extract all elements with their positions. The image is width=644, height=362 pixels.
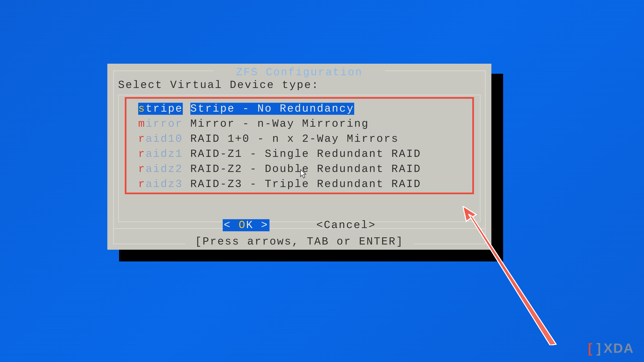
hotkey: r xyxy=(138,178,146,190)
keyword-rest: aidz1 xyxy=(146,148,183,160)
menu-desc: RAID 1+0 - n x 2-Way Mirrors xyxy=(190,133,399,145)
xda-watermark: [ ] XDA xyxy=(588,341,634,356)
cancel-button[interactable]: <Cancel> xyxy=(316,219,376,231)
keyword-rest: irror xyxy=(146,118,183,130)
annotation-arrow-icon xyxy=(456,206,560,345)
menu-item-raidz2[interactable]: raidz2 RAID-Z2 - Double Redundant RAID xyxy=(138,162,421,177)
keyword-rest: tripe xyxy=(146,103,183,115)
xda-logo-icon: [ ] xyxy=(588,341,602,356)
hotkey: r xyxy=(138,148,146,160)
hotkey: r xyxy=(138,163,146,175)
menu-desc: Stripe - No Redundancy xyxy=(190,103,354,115)
hotkey: s xyxy=(138,103,146,115)
mouse-cursor-icon xyxy=(300,169,307,179)
watermark-text: XDA xyxy=(604,341,634,356)
svg-marker-1 xyxy=(468,214,556,345)
keyword-rest: aid10 xyxy=(146,133,183,145)
zfs-config-dialog: ZFS Configuration Select Virtual Device … xyxy=(107,64,492,250)
menu-item-mirror[interactable]: mirror Mirror - n-Way Mirroring xyxy=(138,116,421,131)
vdev-type-menu[interactable]: stripe Stripe - No Redundancy mirror Mir… xyxy=(138,101,421,192)
menu-item-raid10[interactable]: raid10 RAID 1+0 - n x 2-Way Mirrors xyxy=(138,131,421,146)
bottom-frame: < OK ><Cancel> [Press arrows, TAB or ENT… xyxy=(113,216,486,244)
ok-button[interactable]: < OK > xyxy=(223,219,269,231)
menu-desc: RAID-Z3 - Triple Redundant RAID xyxy=(190,178,421,190)
menu-desc: RAID-Z1 - Single Redundant RAID xyxy=(190,148,421,160)
keyword-rest: aidz3 xyxy=(146,178,183,190)
dialog-prompt: Select Virtual Device type: xyxy=(118,79,319,91)
hotkey: m xyxy=(138,118,146,130)
dialog-buttons: < OK ><Cancel> xyxy=(113,219,486,231)
navigation-hint: [Press arrows, TAB or ENTER] xyxy=(195,236,404,248)
menu-item-raidz1[interactable]: raidz1 RAID-Z1 - Single Redundant RAID xyxy=(138,146,421,162)
menu-item-raidz3[interactable]: raidz3 RAID-Z3 - Triple Redundant RAID xyxy=(138,177,421,192)
menu-item-stripe[interactable]: stripe Stripe - No Redundancy xyxy=(138,101,421,116)
hotkey: r xyxy=(138,133,146,145)
menu-desc: Mirror - n-Way Mirroring xyxy=(190,118,369,130)
keyword-rest: aidz2 xyxy=(146,163,183,175)
